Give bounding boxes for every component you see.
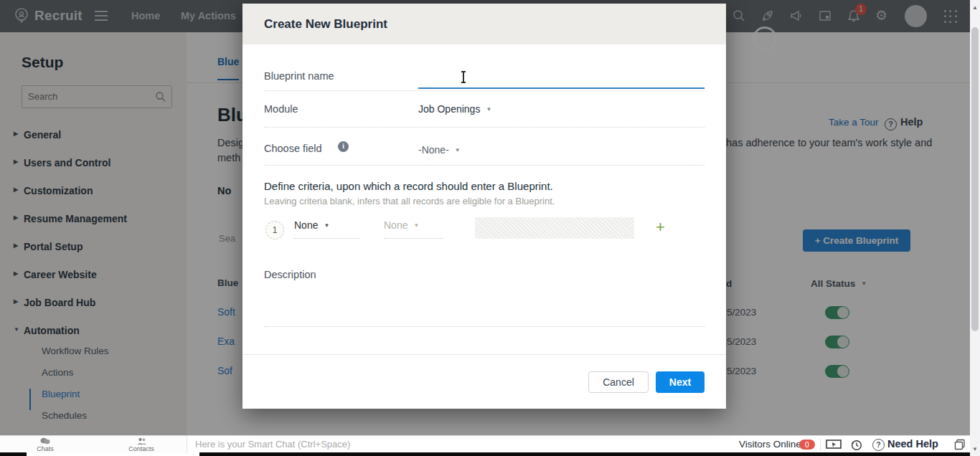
need-help-link[interactable]: Need Help [887, 436, 938, 452]
criteria-field-select[interactable]: None [294, 219, 360, 239]
blueprint-name-input[interactable] [418, 66, 705, 89]
choose-field-select[interactable]: -None- [418, 144, 461, 156]
chevron-down-icon [324, 222, 329, 229]
info-icon[interactable] [338, 141, 349, 152]
chat-bubbles-icon [40, 437, 50, 445]
criteria-subtext: Leaving criteria blank, infers that all … [264, 196, 555, 206]
criteria-heading: Define criteria, upon which a record sho… [264, 180, 553, 192]
loading-spinner [753, 27, 777, 51]
modal-title: Create New Blueprint [264, 4, 387, 44]
chevron-down-icon [413, 222, 419, 229]
description-textarea[interactable] [264, 283, 705, 327]
create-blueprint-modal: Create New Blueprint Blueprint name Modu… [242, 4, 726, 409]
bottom-bar: Chats Contacts Here is your Smart Chat (… [0, 435, 970, 453]
visitors-online-label[interactable]: Visitors Online [739, 436, 801, 452]
criteria-operator-select[interactable]: None [384, 219, 444, 239]
modal-header: Create New Blueprint [242, 4, 726, 44]
text-cursor [463, 72, 464, 82]
screen-edge-artifact [199, 452, 970, 456]
choose-field-label: Choose field [264, 143, 322, 154]
browser-scrollbar[interactable] [970, 0, 980, 456]
feedback-copy-icon[interactable] [954, 439, 966, 450]
description-label: Description [264, 269, 316, 280]
help-question-icon[interactable] [872, 439, 885, 451]
criteria-row-number: 1 [265, 221, 284, 239]
scroll-down-arrow[interactable] [970, 446, 980, 452]
chevron-down-icon [486, 106, 491, 113]
chats-button[interactable]: Chats [29, 436, 62, 452]
criteria-section: Define criteria, upon which a record sho… [264, 165, 705, 251]
visitors-count-badge: 0 [799, 440, 815, 450]
scrollbar-thumb[interactable] [971, 27, 979, 331]
criteria-value-input-disabled [475, 217, 634, 239]
remote-assist-monitor-icon[interactable] [826, 440, 842, 450]
module-label: Module [264, 103, 298, 115]
module-select[interactable]: Job Openings [418, 103, 491, 115]
cancel-button[interactable]: Cancel [588, 371, 649, 393]
module-row: Module Job Openings [264, 90, 705, 128]
contacts-people-icon [137, 437, 146, 445]
scroll-up-arrow[interactable] [970, 4, 980, 11]
modal-footer: Cancel Next [242, 354, 726, 409]
next-button[interactable]: Next [656, 371, 705, 393]
smart-chat-hint[interactable]: Here is your Smart Chat (Ctrl+Space) [195, 436, 350, 452]
history-clock-icon[interactable] [850, 439, 862, 451]
contacts-button[interactable]: Contacts [123, 436, 159, 452]
add-criteria-button[interactable]: + [656, 218, 665, 237]
divider [820, 438, 821, 451]
choose-field-row: Choose field -None- [264, 127, 705, 166]
blueprint-name-row: Blueprint name [264, 44, 705, 91]
chat-dock: Chats Contacts [0, 436, 187, 453]
chevron-down-icon [455, 147, 461, 153]
zoho-recruit-app: Recruit Home My Actions 1 ⚙ Setup Genera… [0, 0, 980, 456]
blueprint-name-label: Blueprint name [264, 70, 334, 82]
screen-edge-artifact [0, 452, 27, 456]
